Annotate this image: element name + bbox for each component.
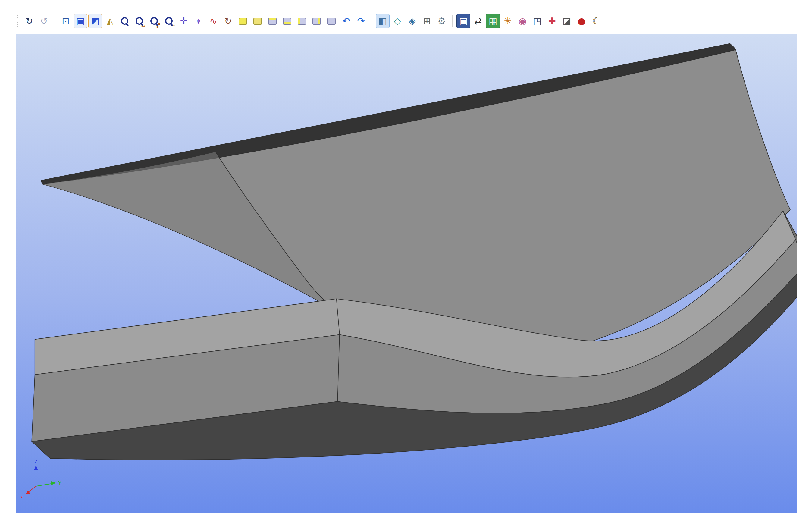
orbit-button[interactable]: ↻ — [22, 14, 36, 28]
undo-view-icon: ↶ — [342, 17, 350, 26]
left-view-button[interactable] — [295, 14, 309, 28]
axial-scaling-button[interactable]: ⇄ — [471, 14, 485, 28]
fit-area-button[interactable]: ▪ — [162, 14, 176, 28]
background-image-button[interactable]: ▦ — [486, 14, 500, 28]
zoom-button[interactable] — [118, 14, 132, 28]
isometric-view-button[interactable] — [324, 14, 338, 28]
sub-shapes-button[interactable]: ◳ — [530, 14, 544, 28]
rotation-mode-button[interactable]: ☾ — [589, 14, 603, 28]
top-view-button[interactable] — [265, 14, 279, 28]
clipping-plane-icon: ◪ — [562, 17, 571, 26]
polygon-selection-button[interactable]: ◩ — [88, 14, 102, 28]
rotation-mode-icon: ☾ — [592, 17, 601, 26]
back-view-button[interactable] — [251, 14, 264, 28]
toolbar-grip[interactable] — [17, 16, 19, 27]
orbit-alt-button[interactable]: ↺ — [37, 14, 51, 28]
redo-view-icon: ↷ — [357, 17, 365, 26]
3d-viewport[interactable]: z Y x — [16, 34, 797, 513]
measure-tool-icon: ◭ — [106, 17, 113, 26]
axial-scaling-icon: ⇄ — [474, 17, 482, 26]
wireframe-mode-button[interactable]: ◇ — [390, 14, 404, 28]
graduated-axes-button[interactable]: ⊞ — [420, 14, 434, 28]
toolbar-separator — [452, 15, 453, 27]
front-view-button[interactable] — [236, 14, 250, 28]
toolbar-separator — [372, 15, 372, 27]
right-view-icon — [313, 18, 321, 25]
shading-mode-button[interactable]: ◧ — [376, 14, 389, 28]
top-view-icon — [268, 18, 277, 25]
wireframe-mode-icon: ◇ — [394, 17, 401, 26]
rectangle-selection-icon: ▣ — [76, 17, 85, 26]
toolbar-separator — [55, 15, 55, 27]
zoom-icon — [120, 17, 129, 26]
background-image-icon: ▦ — [489, 17, 497, 26]
color-scale-button[interactable]: ✚ — [545, 14, 559, 28]
right-view-button[interactable] — [310, 14, 324, 28]
front-view-icon — [239, 18, 247, 25]
back-view-icon — [253, 18, 262, 25]
fit-all-icon — [150, 17, 159, 26]
bottom-view-icon — [283, 18, 291, 25]
y-axis-label: Y — [58, 480, 61, 487]
change-rotation-point-button[interactable]: ∿ — [206, 14, 220, 28]
light-source-button[interactable]: ☀ — [501, 14, 515, 28]
global-pan-button[interactable]: ⌖ — [192, 14, 205, 28]
orbit-alt-icon: ↺ — [40, 17, 48, 26]
fit-all-button[interactable]: ▞ — [147, 14, 161, 28]
light-source-icon: ☀ — [504, 17, 512, 26]
interaction-style-icon: ⊡ — [62, 17, 69, 26]
viewport-canvas[interactable]: z Y x — [16, 34, 796, 513]
view-parameters-icon: ▣ — [459, 17, 468, 26]
rectangle-selection-button[interactable]: ▣ — [74, 14, 87, 28]
zoom-window-icon — [135, 17, 144, 26]
clipping-plane-button[interactable]: ◪ — [560, 14, 574, 28]
bottom-view-button[interactable] — [280, 14, 294, 28]
shadow-mode-button[interactable]: ◉ — [516, 14, 529, 28]
left-view-icon — [298, 18, 306, 25]
undo-view-button[interactable]: ↶ — [339, 14, 353, 28]
redo-view-button[interactable]: ↷ — [354, 14, 368, 28]
stereo-mode-icon: ● — [578, 17, 585, 26]
shading-with-edges-button[interactable]: ◈ — [405, 14, 419, 28]
rotate-view-icon: ↻ — [224, 17, 232, 26]
measure-tool-button[interactable]: ◭ — [103, 14, 117, 28]
pan-button[interactable]: ✛ — [177, 14, 191, 28]
view-parameters-button[interactable]: ▣ — [457, 14, 470, 28]
shading-mode-icon: ◧ — [378, 17, 387, 26]
scene-settings-icon: ⚙ — [438, 17, 446, 26]
orbit-icon: ↻ — [25, 17, 33, 26]
shading-with-edges-icon: ◈ — [409, 17, 415, 26]
stereo-mode-button[interactable]: ● — [575, 14, 588, 28]
pan-icon: ✛ — [180, 17, 187, 26]
x-axis-label: x — [20, 494, 23, 499]
sub-shapes-icon: ◳ — [533, 17, 542, 26]
zoom-window-button[interactable]: ▭ — [133, 14, 146, 28]
change-rotation-point-icon: ∿ — [209, 17, 217, 26]
interaction-style-button[interactable]: ⊡ — [59, 14, 72, 28]
fit-area-icon — [165, 17, 174, 26]
scene-settings-button[interactable]: ⚙ — [435, 14, 448, 28]
global-pan-icon: ⌖ — [196, 17, 201, 26]
polygon-selection-icon: ◩ — [91, 17, 99, 26]
rotate-view-button[interactable]: ↻ — [221, 14, 235, 28]
isometric-view-icon — [327, 18, 336, 25]
shadow-mode-icon: ◉ — [519, 17, 526, 26]
graduated-axes-icon: ⊞ — [423, 17, 431, 26]
color-scale-icon: ✚ — [548, 17, 556, 26]
z-axis-label: z — [34, 458, 37, 465]
main-toolbar: ↻↺⊡▣◩◭▭▞▪✛⌖∿↻↶↷◧◇◈⊞⚙▣⇄▦☀◉◳✚◪●☾ — [17, 13, 603, 30]
